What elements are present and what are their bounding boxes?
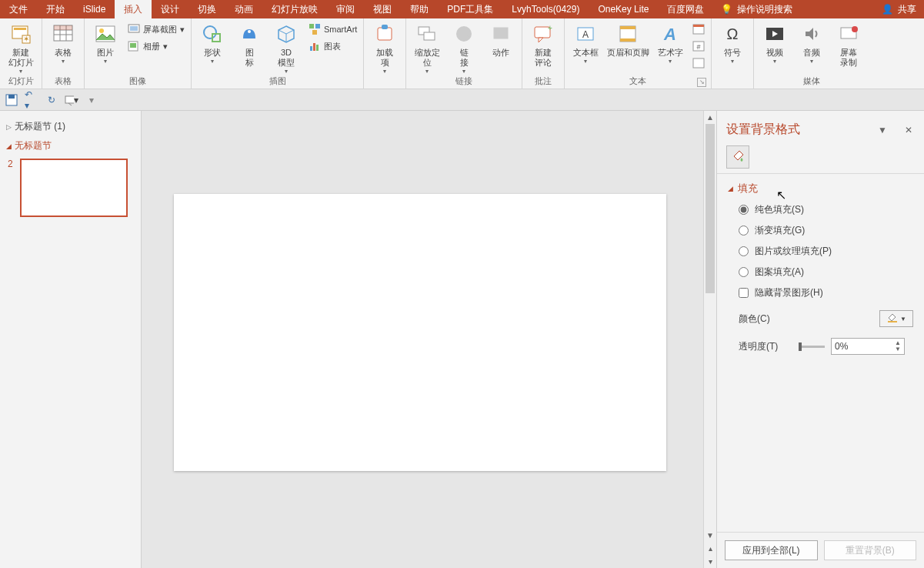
solid-fill-radio[interactable] bbox=[739, 205, 749, 215]
fill-tab[interactable] bbox=[726, 145, 749, 169]
screenshot-button[interactable]: 屏幕截图▾ bbox=[125, 22, 188, 37]
hide-bg-label: 隐藏背景图形(H) bbox=[755, 286, 823, 299]
redo-button[interactable]: ↻ bbox=[45, 93, 58, 107]
solid-fill-option[interactable]: 纯色填充(S) bbox=[739, 203, 913, 216]
new-slide-button[interactable]: ✶ 新建幻灯片 ▾ bbox=[3, 20, 38, 75]
3d-model-button[interactable]: 3D模型 ▾ bbox=[269, 20, 304, 75]
tab-animation[interactable]: 动画 bbox=[225, 0, 262, 18]
transparency-value: 0% bbox=[835, 341, 848, 352]
icons-button[interactable]: 图标 bbox=[232, 20, 267, 68]
tab-file[interactable]: 文件 bbox=[0, 0, 37, 18]
reset-background-button[interactable]: 重置背景(B) bbox=[824, 540, 917, 560]
addins-button[interactable]: 加载项 ▾ bbox=[367, 20, 402, 75]
symbol-icon: Ω bbox=[720, 22, 745, 46]
share-button[interactable]: 👤 共享 bbox=[874, 0, 924, 18]
gradient-fill-option[interactable]: 渐变填充(G) bbox=[739, 224, 913, 237]
svg-rect-28 bbox=[382, 25, 388, 29]
svg-rect-15 bbox=[130, 43, 136, 48]
scroll-up-icon[interactable]: ▲ bbox=[704, 111, 716, 124]
picture-button[interactable]: 图片 ▾ bbox=[88, 20, 123, 65]
chevron-down-icon: ▾ bbox=[19, 68, 22, 75]
svg-rect-60 bbox=[888, 321, 897, 322]
dialog-launcher-icon[interactable]: ↘ bbox=[697, 78, 706, 87]
symbol-button[interactable]: Ω 符号 ▾ bbox=[715, 20, 750, 65]
chart-button[interactable]: 图表 bbox=[305, 38, 360, 54]
svg-rect-44 bbox=[693, 25, 704, 27]
comment-button[interactable]: + 新建评论 bbox=[525, 20, 561, 68]
picture-fill-option[interactable]: 图片或纹理填充(P) bbox=[739, 245, 913, 258]
section-2[interactable]: ◢ 无标题节 bbox=[5, 136, 136, 155]
new-slide-label: 新建幻灯片 bbox=[8, 48, 34, 68]
pattern-fill-option[interactable]: 图案填充(A) bbox=[739, 266, 913, 279]
headerfooter-label: 页眉和页脚 bbox=[607, 48, 649, 58]
tab-transition[interactable]: 切换 bbox=[188, 0, 225, 18]
fill-section-header[interactable]: ◢ 填充 bbox=[728, 182, 913, 195]
shapes-button[interactable]: 形状 ▾ bbox=[195, 20, 230, 65]
slide-canvas[interactable] bbox=[174, 194, 666, 471]
svg-marker-59 bbox=[889, 314, 896, 321]
start-from-beginning-button[interactable]: ▾ bbox=[65, 93, 78, 107]
transparency-slider[interactable] bbox=[799, 346, 825, 348]
slide-number-button[interactable]: # bbox=[689, 38, 708, 54]
tab-review[interactable]: 审阅 bbox=[327, 0, 364, 18]
svg-point-16 bbox=[204, 26, 216, 38]
vertical-scrollbar[interactable]: ▲ ▼ ▴ ▾ bbox=[703, 111, 716, 568]
picture-fill-radio[interactable] bbox=[739, 246, 749, 256]
tab-baidu[interactable]: 百度网盘 bbox=[658, 0, 713, 18]
tab-help[interactable]: 帮助 bbox=[401, 0, 438, 18]
undo-button[interactable]: ↶ ▾ bbox=[25, 93, 38, 107]
audio-button[interactable]: 音频 ▾ bbox=[794, 20, 829, 65]
tab-onekey[interactable]: OneKey Lite bbox=[589, 0, 658, 18]
textbox-button[interactable]: A 文本框 ▾ bbox=[568, 20, 603, 65]
number-icon: # bbox=[692, 40, 705, 52]
screen-record-button[interactable]: 屏幕录制 bbox=[831, 20, 866, 68]
tab-design[interactable]: 设计 bbox=[152, 0, 188, 18]
date-icon bbox=[692, 23, 705, 35]
scroll-thumb[interactable] bbox=[706, 124, 715, 293]
apply-to-all-button[interactable]: 应用到全部(L) bbox=[725, 540, 818, 560]
section-1[interactable]: ▷ 无标题节 (1) bbox=[5, 117, 136, 136]
new-slide-icon: ✶ bbox=[8, 22, 33, 46]
transparency-input[interactable]: 0% ▲▼ bbox=[831, 338, 905, 355]
object-button[interactable] bbox=[689, 55, 708, 71]
color-label: 颜色(C) bbox=[739, 312, 792, 326]
close-icon[interactable]: ✕ bbox=[902, 125, 915, 135]
smartart-button[interactable]: SmartArt bbox=[305, 22, 360, 37]
tab-view[interactable]: 视图 bbox=[364, 0, 401, 18]
cube-icon bbox=[274, 22, 299, 46]
tab-islide[interactable]: iSlide bbox=[74, 0, 115, 18]
slide-thumbnail-2[interactable]: 2 bbox=[8, 159, 136, 217]
tell-me[interactable]: 💡 操作说明搜索 bbox=[713, 0, 800, 18]
tab-slideshow[interactable]: 幻灯片放映 bbox=[262, 0, 327, 18]
wordart-button[interactable]: A 艺术字 ▾ bbox=[652, 20, 688, 65]
gradient-fill-radio[interactable] bbox=[739, 226, 749, 236]
svg-rect-26 bbox=[316, 45, 319, 51]
pattern-fill-radio[interactable] bbox=[739, 267, 749, 277]
scroll-down-icon[interactable]: ▼ bbox=[704, 529, 716, 542]
qat-customize-button[interactable]: ▾ bbox=[85, 93, 98, 107]
smartart-icon bbox=[309, 23, 321, 35]
tab-insert[interactable]: 插入 bbox=[115, 0, 152, 18]
zoom-button[interactable]: 缩放定位 ▾ bbox=[409, 20, 445, 75]
next-slide-icon[interactable]: ▾ bbox=[704, 555, 716, 568]
action-label: 动作 bbox=[492, 48, 509, 58]
date-button[interactable] bbox=[689, 22, 708, 37]
link-button[interactable]: 链接 ▾ bbox=[446, 20, 482, 75]
pane-options-icon[interactable]: ▼ bbox=[876, 125, 889, 135]
tab-pdf[interactable]: PDF工具集 bbox=[438, 0, 502, 18]
headerfooter-button[interactable]: 页眉和页脚 bbox=[605, 20, 651, 58]
color-picker-button[interactable]: ▼ bbox=[879, 310, 913, 327]
chevron-down-icon: ▾ bbox=[104, 58, 107, 65]
tab-home[interactable]: 开始 bbox=[37, 0, 74, 18]
spinner-icon[interactable]: ▲▼ bbox=[895, 340, 901, 352]
hide-bg-option[interactable]: 隐藏背景图形(H) bbox=[739, 286, 913, 299]
save-button[interactable] bbox=[5, 93, 18, 107]
action-button[interactable]: 动作 bbox=[483, 20, 519, 58]
tab-lvyh[interactable]: LvyhTools(0429) bbox=[502, 0, 589, 18]
prev-slide-icon[interactable]: ▴ bbox=[704, 542, 716, 555]
table-button[interactable]: 表格 ▾ bbox=[45, 20, 81, 65]
video-button[interactable]: 视频 ▾ bbox=[757, 20, 792, 65]
album-button[interactable]: 相册▾ bbox=[125, 38, 188, 54]
textbox-icon: A bbox=[573, 22, 598, 46]
hide-bg-checkbox[interactable] bbox=[739, 288, 749, 298]
